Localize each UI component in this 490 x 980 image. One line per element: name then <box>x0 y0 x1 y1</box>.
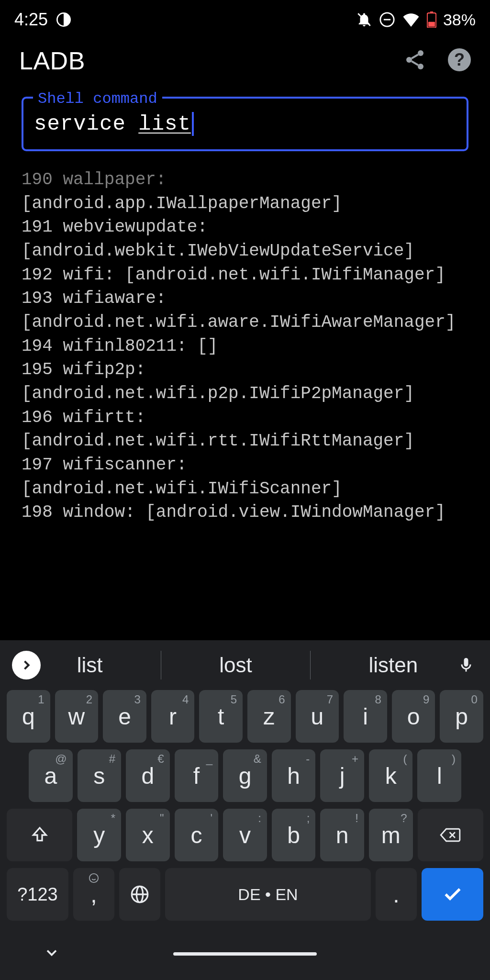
alarm-off-icon <box>356 11 372 28</box>
battery-icon <box>427 11 436 28</box>
key-p[interactable]: p0 <box>440 690 483 743</box>
key-v[interactable]: v: <box>223 809 267 861</box>
key-f[interactable]: f_ <box>175 749 219 802</box>
voice-input-button[interactable] <box>454 657 478 674</box>
key-y[interactable]: y* <box>77 809 121 861</box>
svg-rect-7 <box>428 22 435 27</box>
terminal-line: 196 wifirtt: <box>22 406 468 430</box>
key-i[interactable]: i8 <box>344 690 387 743</box>
terminal-line: 197 wifiscanner: <box>22 453 468 477</box>
svg-point-10 <box>418 64 423 69</box>
terminal-line: 190 wallpaper: <box>22 168 468 192</box>
enter-key[interactable] <box>422 868 483 921</box>
key-u[interactable]: u7 <box>296 690 339 743</box>
terminal-line: 192 wifi: [android.net.wifi.IWifiManager… <box>22 263 468 287</box>
terminal-line: 195 wifip2p: <box>22 358 468 382</box>
wifi-icon <box>402 12 420 27</box>
key-o[interactable]: o9 <box>392 690 435 743</box>
period-key[interactable]: . <box>376 868 417 921</box>
terminal-line: [android.net.wifi.rtt.IWifiRttManager] <box>22 429 468 453</box>
svg-point-8 <box>418 50 423 56</box>
expand-suggestions-button[interactable] <box>12 651 41 679</box>
key-m[interactable]: m? <box>369 809 413 861</box>
app-bar: LADB ? <box>0 34 490 92</box>
terminal-line: [android.webkit.IWebViewUpdateService] <box>22 239 468 263</box>
shift-key[interactable] <box>7 809 72 861</box>
terminal-line: [android.app.IWallpaperManager] <box>22 192 468 216</box>
terminal-line: 194 wifinl80211: [] <box>22 334 468 358</box>
shell-command-input[interactable]: service list <box>34 112 456 136</box>
svg-text:?: ? <box>454 50 465 69</box>
suggestion-lost[interactable]: lost <box>205 653 266 677</box>
key-s[interactable]: s# <box>78 749 122 802</box>
key-h[interactable]: h- <box>272 749 316 802</box>
shell-command-field[interactable]: Shell command service list <box>22 97 468 151</box>
key-b[interactable]: b; <box>272 809 316 861</box>
key-n[interactable]: n! <box>320 809 364 861</box>
soft-keyboard: listlostlisten q1w2e3r4t5z6u7i8o9p0 a@s#… <box>0 640 490 980</box>
backspace-key[interactable] <box>418 809 483 861</box>
key-g[interactable]: g& <box>223 749 267 802</box>
do-not-disturb-icon <box>379 11 395 28</box>
share-button[interactable] <box>403 48 426 73</box>
battery-text: 38% <box>443 11 476 29</box>
key-t[interactable]: t5 <box>199 690 243 743</box>
status-bar: 4:25 38% <box>0 0 490 34</box>
app-notification-icon <box>56 12 71 27</box>
shell-command-label: Shell command <box>33 90 162 108</box>
terminal-line: [android.net.wifi.IWifiScanner] <box>22 477 468 501</box>
key-r[interactable]: r4 <box>151 690 195 743</box>
key-l[interactable]: l) <box>417 749 461 802</box>
svg-point-9 <box>406 57 412 63</box>
svg-rect-6 <box>430 11 433 13</box>
suggestion-list[interactable]: list <box>63 653 117 677</box>
key-x[interactable]: x" <box>126 809 170 861</box>
key-c[interactable]: c' <box>175 809 219 861</box>
key-j[interactable]: j+ <box>320 749 364 802</box>
key-a[interactable]: a@ <box>29 749 73 802</box>
terminal-line: [android.net.wifi.p2p.IWifiP2pManager] <box>22 382 468 406</box>
language-key[interactable] <box>119 868 160 921</box>
help-button[interactable]: ? <box>448 48 471 73</box>
suggestion-listen[interactable]: listen <box>355 653 433 677</box>
symbols-key[interactable]: ?123 <box>7 868 68 921</box>
terminal-output[interactable]: 190 wallpaper:[android.app.IWallpaperMan… <box>0 163 490 640</box>
key-z[interactable]: z6 <box>247 690 291 743</box>
terminal-line: [android.net.wifi.aware.IWifiAwareManage… <box>22 311 468 334</box>
terminal-line: 198 window: [android.view.IWindowManager… <box>22 501 468 524</box>
comma-key[interactable]: , <box>73 868 114 921</box>
terminal-line: 193 wifiaware: <box>22 287 468 311</box>
terminal-line: 191 webviewupdate: <box>22 215 468 239</box>
key-k[interactable]: k( <box>369 749 413 802</box>
text-cursor <box>192 112 194 136</box>
key-e[interactable]: e3 <box>103 690 146 743</box>
key-w[interactable]: w2 <box>55 690 99 743</box>
app-title: LADB <box>19 46 85 75</box>
key-q[interactable]: q1 <box>7 690 50 743</box>
space-key[interactable]: DE • EN <box>165 868 371 921</box>
clock-text: 4:25 <box>14 10 48 30</box>
gesture-handle[interactable] <box>173 952 317 956</box>
svg-point-15 <box>89 874 98 882</box>
key-d[interactable]: d€ <box>126 749 170 802</box>
hide-keyboard-button[interactable] <box>43 944 60 963</box>
navigation-bar <box>0 927 490 980</box>
